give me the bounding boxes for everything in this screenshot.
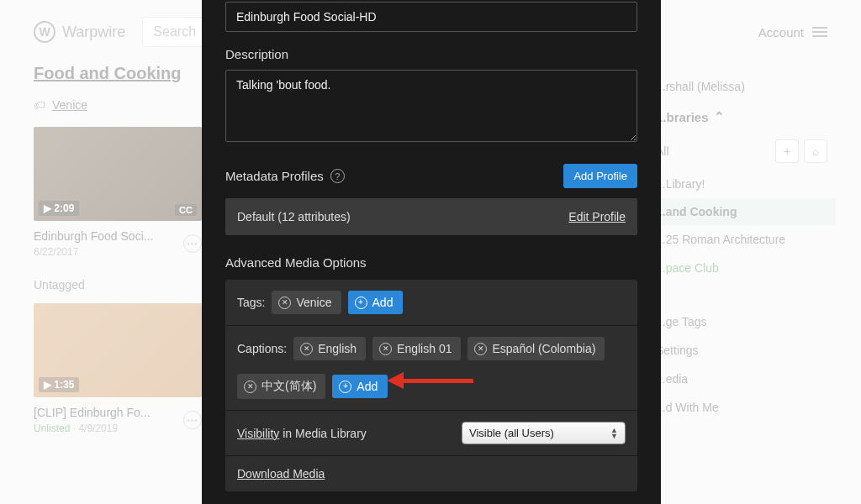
captions-row: Captions: ✕ English ✕ English 01 ✕ Españ… <box>225 326 637 411</box>
profile-name: Default (12 attributes) <box>237 210 351 223</box>
add-profile-button[interactable]: Add Profile <box>563 164 637 188</box>
tags-label: Tags: <box>237 296 265 309</box>
metadata-profile-row: Default (12 attributes) Edit Profile <box>225 198 637 235</box>
caption-chip[interactable]: ✕ Español (Colombia) <box>467 337 605 360</box>
remove-icon[interactable]: ✕ <box>379 343 392 355</box>
title-input[interactable] <box>225 2 637 32</box>
visibility-row: Visibility in Media Library Visible (all… <box>225 411 637 456</box>
download-row: Download Media <box>225 456 637 491</box>
select-arrows-icon: ▲▼ <box>610 428 618 439</box>
caption-chip[interactable]: ✕ English 01 <box>372 337 461 360</box>
tag-chip[interactable]: ✕ Venice <box>272 291 341 314</box>
tags-row: Tags: ✕ Venice + Add <box>225 280 637 326</box>
description-label: Description <box>225 47 637 61</box>
visibility-select[interactable]: Visible (all Users) ▲▼ <box>462 422 626 444</box>
add-caption-button[interactable]: + Add <box>332 375 388 398</box>
caption-chip[interactable]: ✕ English <box>293 337 366 360</box>
caption-chip[interactable]: ✕ 中文(简体) <box>237 374 325 399</box>
plus-icon: + <box>339 381 351 393</box>
remove-icon[interactable]: ✕ <box>300 343 313 355</box>
advanced-options-box: Tags: ✕ Venice + Add Captions: ✕ English… <box>225 280 637 491</box>
plus-icon: + <box>355 297 367 309</box>
advanced-options-label: Advanced Media Options <box>225 255 637 270</box>
visibility-label: Visibility in Media Library <box>237 427 367 440</box>
remove-icon[interactable]: ✕ <box>244 381 256 393</box>
edit-profile-link[interactable]: Edit Profile <box>568 210 626 223</box>
remove-icon[interactable]: ✕ <box>278 297 291 309</box>
remove-icon[interactable]: ✕ <box>474 343 487 355</box>
add-tag-button[interactable]: + Add <box>348 291 404 314</box>
metadata-label: Metadata Profiles ? <box>225 169 345 183</box>
download-media-link[interactable]: Download Media <box>237 467 325 480</box>
description-textarea[interactable]: Talking 'bout food. <box>225 70 637 142</box>
media-settings-modal: Description Talking 'bout food. Metadata… <box>202 0 661 504</box>
captions-label: Captions: <box>237 342 287 355</box>
help-icon[interactable]: ? <box>330 169 345 183</box>
